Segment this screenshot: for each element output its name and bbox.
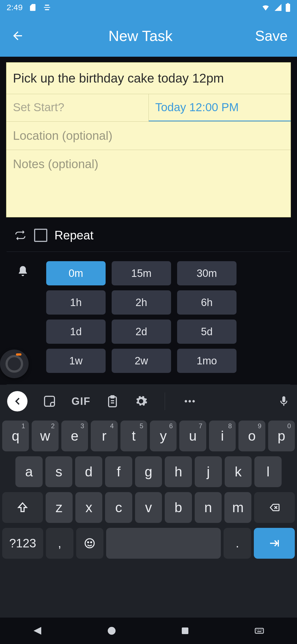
key-o[interactable]: o9 — [238, 421, 265, 451]
key-f[interactable]: f — [105, 456, 132, 487]
sticker-icon[interactable] — [43, 395, 56, 408]
key-i[interactable]: i8 — [209, 421, 236, 451]
system-nav-bar — [0, 618, 297, 644]
key-k[interactable]: k — [225, 456, 252, 487]
svg-rect-13 — [258, 630, 259, 631]
key-l[interactable]: l — [254, 456, 282, 487]
repeat-row: Repeat — [7, 217, 290, 252]
arrow-left-icon — [11, 29, 24, 42]
reminder-chip-15m[interactable]: 15m — [112, 261, 171, 285]
key-z[interactable]: z — [46, 492, 73, 523]
nav-home-icon[interactable] — [106, 626, 117, 636]
key-v[interactable]: v — [135, 492, 162, 523]
mic-icon[interactable] — [278, 394, 290, 408]
repeat-toggle[interactable]: Repeat — [34, 228, 94, 242]
notes-input[interactable] — [6, 150, 291, 216]
key-period[interactable]: . — [224, 528, 251, 559]
repeat-icon — [15, 230, 26, 241]
repeat-checkbox[interactable] — [34, 229, 47, 242]
svg-rect-11 — [255, 628, 263, 633]
reminder-chip-1d[interactable]: 1d — [46, 320, 106, 344]
svg-rect-12 — [257, 630, 257, 631]
back-button[interactable] — [9, 28, 26, 44]
bell-icon — [17, 265, 29, 277]
key-backspace[interactable] — [254, 492, 295, 523]
gif-button[interactable]: GIF — [72, 395, 90, 407]
key-emoji[interactable] — [76, 528, 103, 559]
key-y[interactable]: y6 — [150, 421, 177, 451]
key-h[interactable]: h — [165, 456, 192, 487]
key-symbols[interactable]: ?123 — [2, 528, 43, 559]
nav-back-icon[interactable] — [32, 625, 43, 637]
app-bar: New Task Save — [0, 15, 297, 57]
reminder-chip-1w[interactable]: 1w — [46, 349, 106, 373]
repeat-label: Repeat — [54, 228, 94, 242]
more-icon[interactable] — [182, 395, 197, 408]
key-c[interactable]: c — [105, 492, 132, 523]
reminder-chip-1mo[interactable]: 1mo — [177, 349, 237, 373]
svg-rect-0 — [45, 396, 54, 406]
key-r[interactable]: r4 — [91, 421, 117, 451]
page-title: New Task — [108, 27, 172, 44]
reminder-chip-2h[interactable]: 2h — [112, 290, 171, 315]
svg-point-9 — [108, 627, 116, 635]
keyboard-collapse-button[interactable] — [7, 391, 28, 411]
reminder-chip-1h[interactable]: 1h — [46, 290, 106, 315]
sd-card-icon — [29, 3, 37, 12]
key-n[interactable]: n — [195, 492, 222, 523]
key-comma[interactable]: , — [46, 528, 73, 559]
svg-point-8 — [91, 542, 92, 543]
nav-keyboard-switch-icon[interactable] — [253, 626, 265, 636]
loading-indicator — [0, 350, 29, 378]
battery-icon — [285, 3, 290, 12]
reminder-chip-5d[interactable]: 5d — [177, 320, 237, 344]
start-time-field[interactable]: Set Start? — [6, 94, 149, 121]
svg-rect-16 — [257, 631, 262, 632]
cell-signal-icon — [274, 3, 282, 12]
reminder-chip-0m[interactable]: 0m — [46, 261, 106, 285]
svg-point-5 — [193, 400, 195, 403]
svg-point-3 — [185, 400, 187, 403]
key-e[interactable]: e3 — [61, 421, 88, 451]
location-input[interactable] — [6, 122, 291, 150]
key-u[interactable]: u7 — [179, 421, 206, 451]
reminder-chip-6h[interactable]: 6h — [177, 290, 237, 315]
key-x[interactable]: x — [75, 492, 102, 523]
key-t[interactable]: t5 — [120, 421, 147, 451]
key-a[interactable]: a — [15, 456, 43, 487]
key-d[interactable]: d — [75, 456, 102, 487]
save-button[interactable]: Save — [255, 28, 288, 44]
key-s[interactable]: s — [45, 456, 73, 487]
key-m[interactable]: m — [224, 492, 251, 523]
backspace-icon — [267, 502, 282, 513]
keyboard: GIF q1w2e3r4t5y6u7i8o9p0 asdfghjkl zxcvb… — [0, 385, 297, 618]
key-j[interactable]: j — [195, 456, 222, 487]
reminder-chip-2d[interactable]: 2d — [112, 320, 171, 344]
svg-point-7 — [88, 542, 89, 543]
key-g[interactable]: g — [135, 456, 162, 487]
key-tab-next[interactable] — [254, 528, 295, 559]
svg-rect-10 — [182, 627, 188, 634]
key-q[interactable]: q1 — [2, 421, 29, 451]
emoji-icon — [84, 537, 96, 549]
gear-icon[interactable] — [134, 395, 148, 408]
clipboard-icon[interactable] — [106, 395, 119, 408]
due-time-field[interactable]: Today 12:00 PM — [149, 94, 291, 121]
wifi-icon — [261, 3, 271, 12]
task-title-input[interactable] — [6, 62, 291, 94]
svg-point-6 — [85, 539, 94, 548]
key-b[interactable]: b — [165, 492, 192, 523]
key-p[interactable]: p0 — [268, 421, 295, 451]
task-card: Set Start? Today 12:00 PM — [6, 62, 291, 217]
status-time: 2:49 — [7, 3, 23, 12]
key-shift[interactable] — [2, 492, 43, 523]
key-w[interactable]: w2 — [32, 421, 58, 451]
tab-next-icon — [267, 538, 281, 549]
key-space[interactable] — [106, 528, 221, 559]
reminder-chip-2w[interactable]: 2w — [112, 349, 171, 373]
nav-recent-icon[interactable] — [180, 626, 190, 636]
chevron-left-icon — [12, 396, 23, 406]
svg-rect-14 — [260, 630, 261, 631]
svg-point-4 — [189, 400, 191, 403]
reminder-chip-30m[interactable]: 30m — [177, 261, 237, 285]
